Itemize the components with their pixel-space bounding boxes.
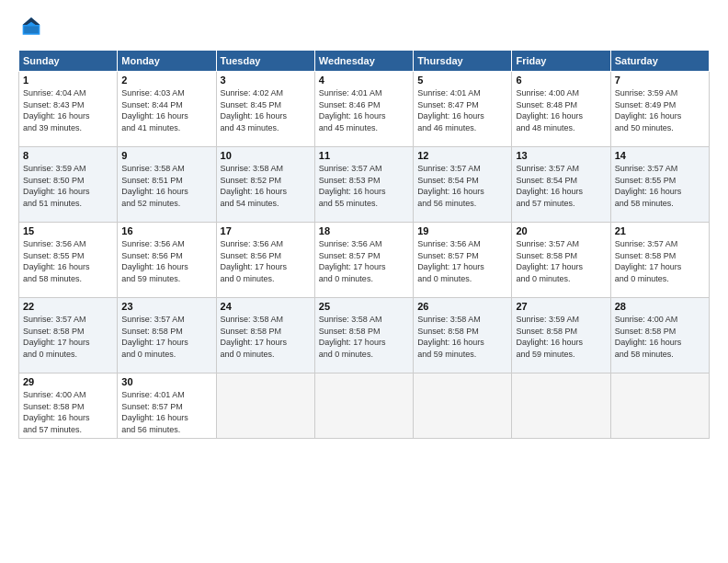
- calendar-cell: [610, 373, 709, 439]
- weekday-header: Wednesday: [314, 51, 413, 72]
- calendar: SundayMondayTuesdayWednesdayThursdayFrid…: [18, 50, 710, 439]
- day-number: 28: [615, 301, 705, 312]
- calendar-cell: 21Sunrise: 3:57 AM Sunset: 8:58 PM Dayli…: [610, 223, 709, 298]
- svg-rect-2: [24, 26, 39, 33]
- day-info: Sunrise: 4:00 AM Sunset: 8:48 PM Dayligh…: [516, 87, 606, 133]
- calendar-cell: 17Sunrise: 3:56 AM Sunset: 8:56 PM Dayli…: [216, 223, 314, 298]
- calendar-cell: 16Sunrise: 3:56 AM Sunset: 8:56 PM Dayli…: [118, 223, 216, 298]
- day-info: Sunrise: 3:57 AM Sunset: 8:54 PM Dayligh…: [417, 163, 507, 209]
- day-info: Sunrise: 3:57 AM Sunset: 8:53 PM Dayligh…: [319, 163, 409, 209]
- day-number: 20: [516, 225, 606, 236]
- day-number: 14: [615, 150, 705, 161]
- calendar-cell: 14Sunrise: 3:57 AM Sunset: 8:55 PM Dayli…: [610, 147, 709, 223]
- calendar-cell: 27Sunrise: 3:59 AM Sunset: 8:58 PM Dayli…: [512, 298, 610, 373]
- day-info: Sunrise: 3:59 AM Sunset: 8:58 PM Dayligh…: [516, 314, 606, 360]
- day-info: Sunrise: 4:02 AM Sunset: 8:45 PM Dayligh…: [221, 87, 311, 133]
- day-info: Sunrise: 3:56 AM Sunset: 8:57 PM Dayligh…: [319, 238, 409, 284]
- weekday-header: Tuesday: [216, 51, 314, 72]
- day-number: 23: [121, 301, 211, 312]
- day-number: 19: [417, 225, 507, 236]
- day-info: Sunrise: 3:57 AM Sunset: 8:55 PM Dayligh…: [615, 163, 705, 209]
- day-number: 17: [221, 225, 311, 236]
- calendar-cell: 24Sunrise: 3:58 AM Sunset: 8:58 PM Dayli…: [216, 298, 314, 373]
- day-info: Sunrise: 3:56 AM Sunset: 8:55 PM Dayligh…: [23, 238, 113, 284]
- day-number: 2: [121, 75, 211, 86]
- logo: [18, 15, 48, 40]
- day-number: 4: [319, 75, 409, 86]
- day-info: Sunrise: 4:01 AM Sunset: 8:57 PM Dayligh…: [121, 389, 211, 435]
- day-number: 6: [516, 75, 606, 86]
- day-number: 10: [221, 150, 311, 161]
- day-info: Sunrise: 3:57 AM Sunset: 8:54 PM Dayligh…: [516, 163, 606, 209]
- calendar-cell: 29Sunrise: 4:00 AM Sunset: 8:58 PM Dayli…: [19, 373, 118, 439]
- day-info: Sunrise: 3:58 AM Sunset: 8:52 PM Dayligh…: [221, 163, 311, 209]
- calendar-cell: 1Sunrise: 4:04 AM Sunset: 8:43 PM Daylig…: [19, 72, 118, 147]
- day-info: Sunrise: 3:59 AM Sunset: 8:50 PM Dayligh…: [23, 163, 113, 209]
- calendar-cell: 7Sunrise: 3:59 AM Sunset: 8:49 PM Daylig…: [610, 72, 709, 147]
- day-number: 1: [23, 75, 113, 86]
- day-info: Sunrise: 4:04 AM Sunset: 8:43 PM Dayligh…: [23, 87, 113, 133]
- day-info: Sunrise: 3:59 AM Sunset: 8:49 PM Dayligh…: [615, 87, 705, 133]
- calendar-cell: [314, 373, 413, 439]
- calendar-cell: 20Sunrise: 3:57 AM Sunset: 8:58 PM Dayli…: [512, 223, 610, 298]
- day-number: 15: [23, 225, 113, 236]
- day-number: 3: [221, 75, 311, 86]
- calendar-cell: 30Sunrise: 4:01 AM Sunset: 8:57 PM Dayli…: [118, 373, 216, 439]
- day-info: Sunrise: 3:57 AM Sunset: 8:58 PM Dayligh…: [121, 314, 211, 360]
- day-number: 24: [221, 301, 311, 312]
- day-number: 12: [417, 150, 507, 161]
- logo-icon: [18, 15, 44, 40]
- calendar-cell: [216, 373, 314, 439]
- calendar-cell: 6Sunrise: 4:00 AM Sunset: 8:48 PM Daylig…: [512, 72, 610, 147]
- day-number: 21: [615, 225, 705, 236]
- calendar-cell: 15Sunrise: 3:56 AM Sunset: 8:55 PM Dayli…: [19, 223, 118, 298]
- calendar-cell: 3Sunrise: 4:02 AM Sunset: 8:45 PM Daylig…: [216, 72, 314, 147]
- calendar-cell: 25Sunrise: 3:58 AM Sunset: 8:58 PM Dayli…: [314, 298, 413, 373]
- day-info: Sunrise: 3:58 AM Sunset: 8:58 PM Dayligh…: [319, 314, 409, 360]
- day-info: Sunrise: 3:57 AM Sunset: 8:58 PM Dayligh…: [516, 238, 606, 284]
- calendar-cell: 28Sunrise: 4:00 AM Sunset: 8:58 PM Dayli…: [610, 298, 709, 373]
- calendar-cell: 18Sunrise: 3:56 AM Sunset: 8:57 PM Dayli…: [314, 223, 413, 298]
- calendar-cell: 5Sunrise: 4:01 AM Sunset: 8:47 PM Daylig…: [414, 72, 512, 147]
- day-info: Sunrise: 3:56 AM Sunset: 8:57 PM Dayligh…: [417, 238, 507, 284]
- weekday-header: Friday: [512, 51, 610, 72]
- day-info: Sunrise: 3:56 AM Sunset: 8:56 PM Dayligh…: [121, 238, 211, 284]
- page-header: [18, 15, 710, 40]
- day-number: 26: [417, 301, 507, 312]
- day-number: 29: [23, 376, 113, 387]
- calendar-cell: [512, 373, 610, 439]
- day-number: 27: [516, 301, 606, 312]
- calendar-cell: 13Sunrise: 3:57 AM Sunset: 8:54 PM Dayli…: [512, 147, 610, 223]
- weekday-header: Monday: [118, 51, 216, 72]
- day-info: Sunrise: 4:00 AM Sunset: 8:58 PM Dayligh…: [23, 389, 113, 435]
- day-info: Sunrise: 4:01 AM Sunset: 8:47 PM Dayligh…: [417, 87, 507, 133]
- day-info: Sunrise: 3:58 AM Sunset: 8:58 PM Dayligh…: [417, 314, 507, 360]
- calendar-cell: 26Sunrise: 3:58 AM Sunset: 8:58 PM Dayli…: [414, 298, 512, 373]
- day-number: 9: [121, 150, 211, 161]
- calendar-cell: 23Sunrise: 3:57 AM Sunset: 8:58 PM Dayli…: [118, 298, 216, 373]
- calendar-cell: 8Sunrise: 3:59 AM Sunset: 8:50 PM Daylig…: [19, 147, 118, 223]
- day-number: 8: [23, 150, 113, 161]
- day-number: 16: [121, 225, 211, 236]
- day-number: 25: [319, 301, 409, 312]
- day-info: Sunrise: 3:57 AM Sunset: 8:58 PM Dayligh…: [615, 238, 705, 284]
- day-info: Sunrise: 4:01 AM Sunset: 8:46 PM Dayligh…: [319, 87, 409, 133]
- calendar-cell: 11Sunrise: 3:57 AM Sunset: 8:53 PM Dayli…: [314, 147, 413, 223]
- day-number: 30: [121, 376, 211, 387]
- calendar-cell: 19Sunrise: 3:56 AM Sunset: 8:57 PM Dayli…: [414, 223, 512, 298]
- day-number: 5: [417, 75, 507, 86]
- day-info: Sunrise: 4:00 AM Sunset: 8:58 PM Dayligh…: [615, 314, 705, 360]
- calendar-cell: 4Sunrise: 4:01 AM Sunset: 8:46 PM Daylig…: [314, 72, 413, 147]
- day-number: 13: [516, 150, 606, 161]
- day-info: Sunrise: 3:58 AM Sunset: 8:58 PM Dayligh…: [221, 314, 311, 360]
- calendar-cell: 9Sunrise: 3:58 AM Sunset: 8:51 PM Daylig…: [118, 147, 216, 223]
- calendar-cell: 2Sunrise: 4:03 AM Sunset: 8:44 PM Daylig…: [118, 72, 216, 147]
- day-info: Sunrise: 4:03 AM Sunset: 8:44 PM Dayligh…: [121, 87, 211, 133]
- calendar-cell: [414, 373, 512, 439]
- day-info: Sunrise: 3:58 AM Sunset: 8:51 PM Dayligh…: [121, 163, 211, 209]
- day-number: 18: [319, 225, 409, 236]
- calendar-cell: 10Sunrise: 3:58 AM Sunset: 8:52 PM Dayli…: [216, 147, 314, 223]
- day-number: 11: [319, 150, 409, 161]
- weekday-header: Saturday: [610, 51, 709, 72]
- calendar-cell: 12Sunrise: 3:57 AM Sunset: 8:54 PM Dayli…: [414, 147, 512, 223]
